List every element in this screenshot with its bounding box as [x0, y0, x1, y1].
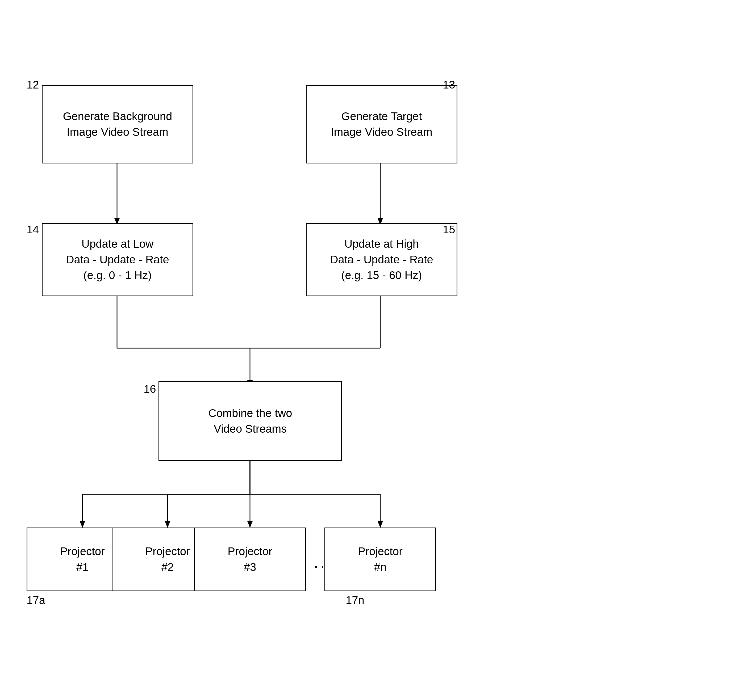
- box-generate-background: Generate BackgroundImage Video Stream: [42, 85, 193, 164]
- box-low-rate: Update at LowData - Update - Rate(e.g. 0…: [42, 223, 193, 296]
- label-15: 15: [443, 223, 455, 236]
- box-combine: Combine the twoVideo Streams: [158, 381, 342, 461]
- label-17a: 17a: [27, 594, 45, 607]
- svg-marker-19: [247, 521, 253, 527]
- diagram: Generate BackgroundImage Video Stream 12…: [0, 0, 743, 700]
- box-projector-3: Projector#3: [194, 527, 306, 591]
- label-14: 14: [27, 223, 39, 236]
- svg-marker-17: [165, 521, 170, 527]
- label-17n: 17n: [346, 594, 364, 607]
- box-generate-target: Generate TargetImage Video Stream: [306, 85, 457, 164]
- label-13: 13: [443, 78, 455, 91]
- box-projector-n: Projector#n: [324, 527, 436, 591]
- svg-marker-13: [80, 521, 85, 527]
- label-16: 16: [144, 383, 156, 396]
- svg-marker-23: [377, 521, 383, 527]
- label-12: 12: [27, 78, 39, 91]
- box-high-rate: Update at HighData - Update - Rate(e.g. …: [306, 223, 457, 296]
